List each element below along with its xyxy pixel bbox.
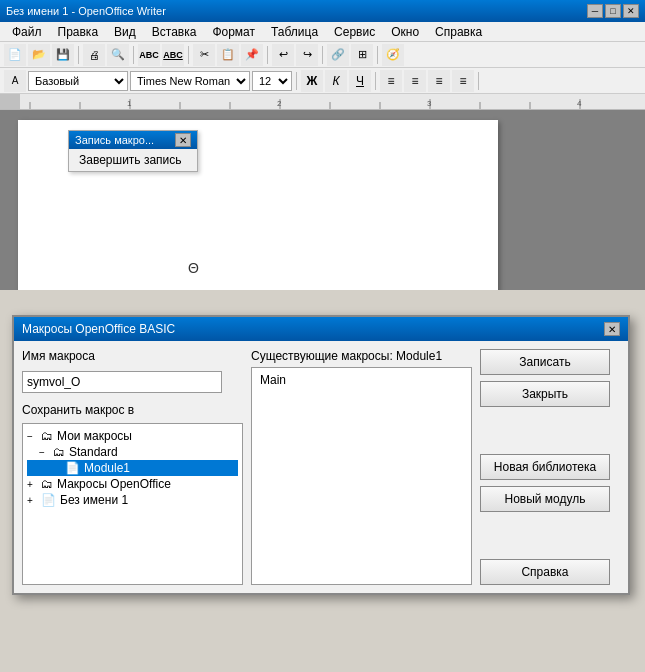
- macro-tooltip: Запись макро... ✕ Завершить запись: [68, 130, 198, 172]
- title-controls: ─ □ ✕: [587, 4, 639, 18]
- menu-help[interactable]: Справка: [427, 23, 490, 41]
- tree-item-module1[interactable]: 📄 Module1: [27, 460, 238, 476]
- hyperlink-button[interactable]: 🔗: [327, 44, 349, 66]
- close-dialog-button[interactable]: Закрыть: [480, 381, 610, 407]
- macros-dialog: Макросы OpenOffice BASIC ✕ Имя макроса С…: [12, 315, 630, 595]
- save-location-label: Сохранить макрос в: [22, 403, 243, 417]
- tree-item-standard[interactable]: − 🗂 Standard: [27, 444, 238, 460]
- menu-file[interactable]: Файл: [4, 23, 50, 41]
- spellcheck2-button[interactable]: ABC: [162, 44, 184, 66]
- nav-button[interactable]: 🧭: [382, 44, 404, 66]
- save-macro-button[interactable]: Записать: [480, 349, 610, 375]
- maximize-button[interactable]: □: [605, 4, 621, 18]
- tree-label-unnamed: Без имени 1: [60, 493, 128, 507]
- separator-1: [78, 46, 79, 64]
- title-bar: Без имени 1 - OpenOffice Writer ─ □ ✕: [0, 0, 645, 22]
- tree-item-my-macros[interactable]: − 🗂 Мои макросы: [27, 428, 238, 444]
- doc-cursor-symbol: Θ: [188, 260, 199, 276]
- macro-tooltip-title: Запись макро... ✕: [69, 131, 197, 149]
- align-center-button[interactable]: ≡: [404, 70, 426, 92]
- tree-icon-module1: 📄: [65, 461, 80, 475]
- tree-label-standard: Standard: [69, 445, 118, 459]
- macro-tooltip-close[interactable]: ✕: [175, 133, 191, 147]
- save-button[interactable]: 💾: [52, 44, 74, 66]
- dialog-middle-panel: Существующие макросы: Module1 Main: [251, 349, 472, 585]
- open-button[interactable]: 📂: [28, 44, 50, 66]
- app-title: Без имени 1 - OpenOffice Writer: [6, 5, 166, 17]
- formatting-toolbar: A Базовый Times New Roman 12 Ж К Ч ≡ ≡ ≡…: [0, 68, 645, 94]
- dialog-close-button[interactable]: ✕: [604, 322, 620, 336]
- tree-icon-my-macros: 🗂: [41, 429, 53, 443]
- font-select[interactable]: Times New Roman: [130, 71, 250, 91]
- dialog-left-panel: Имя макроса Сохранить макрос в − 🗂 Мои м…: [22, 349, 243, 585]
- style-icon: A: [4, 70, 26, 92]
- macro-stop-record[interactable]: Завершить запись: [69, 149, 197, 171]
- italic-button[interactable]: К: [325, 70, 347, 92]
- tree-item-unnamed[interactable]: + 📄 Без имени 1: [27, 492, 238, 508]
- menu-format[interactable]: Формат: [204, 23, 263, 41]
- separator-6: [377, 46, 378, 64]
- macro-tree[interactable]: − 🗂 Мои макросы − 🗂 Standard 📄 Module1: [22, 423, 243, 585]
- align-right-button[interactable]: ≡: [428, 70, 450, 92]
- existing-macros-label: Существующие макросы: Module1: [251, 349, 472, 363]
- separator-5: [322, 46, 323, 64]
- macro-list-item-main[interactable]: Main: [256, 372, 467, 388]
- svg-text:3: 3: [427, 99, 432, 108]
- close-button[interactable]: ✕: [623, 4, 639, 18]
- menu-tools[interactable]: Сервис: [326, 23, 383, 41]
- new-button[interactable]: 📄: [4, 44, 26, 66]
- svg-text:1: 1: [127, 99, 132, 108]
- svg-rect-1: [20, 94, 645, 110]
- menu-window[interactable]: Окно: [383, 23, 427, 41]
- undo-button[interactable]: ↩: [272, 44, 294, 66]
- menu-table[interactable]: Таблица: [263, 23, 326, 41]
- tree-expand-unnamed: +: [27, 495, 37, 506]
- tree-expand-module1: [51, 463, 61, 474]
- fmt-sep-2: [375, 72, 376, 90]
- redo-button[interactable]: ↪: [296, 44, 318, 66]
- align-left-button[interactable]: ≡: [380, 70, 402, 92]
- print-button[interactable]: 🖨: [83, 44, 105, 66]
- bold-button[interactable]: Ж: [301, 70, 323, 92]
- fmt-sep-1: [296, 72, 297, 90]
- doc-left-bar: [0, 110, 18, 290]
- dialog-right-panel: Записать Закрыть Новая библиотека Новый …: [480, 349, 620, 585]
- fmt-sep-3: [478, 72, 479, 90]
- copy-button[interactable]: 📋: [217, 44, 239, 66]
- tree-icon-standard: 🗂: [53, 445, 65, 459]
- tree-icon-oo-macros: 🗂: [41, 477, 53, 491]
- svg-text:4: 4: [577, 99, 582, 108]
- new-module-button[interactable]: Новый модуль: [480, 486, 610, 512]
- separator-3: [188, 46, 189, 64]
- tree-icon-unnamed: 📄: [41, 493, 56, 507]
- macro-name-input[interactable]: [22, 371, 222, 393]
- menu-view[interactable]: Вид: [106, 23, 144, 41]
- table-button[interactable]: ⊞: [351, 44, 373, 66]
- ruler: 1 2 3 4: [0, 94, 645, 110]
- ruler-inner: 1 2 3 4: [0, 94, 645, 109]
- macro-list: Main: [251, 367, 472, 585]
- tree-label-module1: Module1: [84, 461, 130, 475]
- menu-insert[interactable]: Вставка: [144, 23, 205, 41]
- menu-bar: Файл Правка Вид Вставка Формат Таблица С…: [0, 22, 645, 42]
- style-select[interactable]: Базовый: [28, 71, 128, 91]
- tree-item-oo-macros[interactable]: + 🗂 Макросы OpenOffice: [27, 476, 238, 492]
- underline-button[interactable]: Ч: [349, 70, 371, 92]
- cut-button[interactable]: ✂: [193, 44, 215, 66]
- minimize-button[interactable]: ─: [587, 4, 603, 18]
- svg-text:2: 2: [277, 99, 282, 108]
- dialog-title-text: Макросы OpenOffice BASIC: [22, 322, 175, 336]
- tree-expand-oo-macros: +: [27, 479, 37, 490]
- spellcheck-button[interactable]: ABC: [138, 44, 160, 66]
- align-justify-button[interactable]: ≡: [452, 70, 474, 92]
- separator-4: [267, 46, 268, 64]
- menu-edit[interactable]: Правка: [50, 23, 107, 41]
- document-area: Θ Запись макро... ✕ Завершить запись: [0, 110, 645, 290]
- size-select[interactable]: 12: [252, 71, 292, 91]
- paste-button[interactable]: 📌: [241, 44, 263, 66]
- svg-rect-0: [0, 94, 20, 110]
- preview-button[interactable]: 🔍: [107, 44, 129, 66]
- help-button[interactable]: Справка: [480, 559, 610, 585]
- new-library-button[interactable]: Новая библиотека: [480, 454, 610, 480]
- dialog-body: Имя макроса Сохранить макрос в − 🗂 Мои м…: [14, 341, 628, 593]
